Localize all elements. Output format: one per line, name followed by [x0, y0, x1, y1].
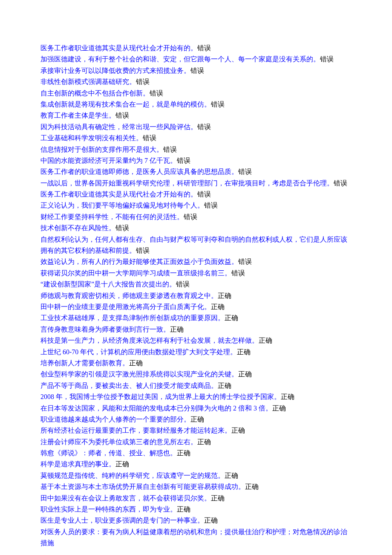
answer-label: 正确: [211, 303, 225, 310]
statement-text: 医务工作者职业道德其实是从现代社会才开始有的。: [40, 191, 197, 198]
answer-label: 正确: [281, 393, 294, 400]
statement-line: 基于本土资源与本土市场优势开展自主创新有可能更容易获得成功。正确: [40, 481, 352, 492]
answer-label: 正确: [204, 517, 218, 524]
statement-line: 集成创新就是将现有技术集合在一起，就是单纯的模仿。错误: [40, 99, 352, 110]
statement-text: 职业道德越来越成为个人修养的一个重要的部分。: [40, 416, 190, 423]
statement-line: 自然权利论认为，任何人都有生存、自由与财产权等可剥夺和自明的自然权利或人权，它们…: [40, 234, 352, 257]
statement-line: 注册会计师应不为委托单位或第三者的意见所左右。正确: [40, 436, 352, 448]
answer-label: 正确: [225, 314, 238, 321]
answer-label: 错误: [204, 202, 218, 209]
statement-text: 医务工作者的职业道德即师德，是医务人员应该具备的思想品质。: [40, 168, 238, 175]
answer-label: 错误: [177, 157, 190, 164]
statement-text: 因为科技活动具有确定性，经常出现一些风险评估。: [40, 123, 197, 130]
statement-text: 效益论认为，所有人的行为最好能够使其正面效益小于负面效益。: [40, 258, 238, 265]
answer-label: 错误: [163, 146, 177, 153]
statement-text: 医生是专业人士，职业更多强调的是专门的一种事业。: [40, 517, 204, 524]
statement-line: 科技是第一生产力，从经济角度来说怎样有利于社会发展，就去怎样做。正确: [40, 335, 352, 346]
statement-text: 工业基础和科学发明没有相关性。: [40, 134, 143, 142]
statement-text: 加强医德建设，有利于整个社会的和谐、安定，但它跟每一个人、每一个家庭是没有关系的…: [40, 55, 320, 63]
statement-text: 师德观与教育观密切相关，师德观主要渗透在教育观之中。: [40, 292, 218, 299]
answer-label: 错误: [211, 101, 225, 108]
statement-text: 培养创新人才需要创新教育。: [40, 359, 129, 367]
statement-line: 在日本等发达国家，风能和太阳能的发电成本已分别降为火电的 2 倍和 3 倍。正确: [40, 403, 352, 414]
statement-text: 基于本土资源与本土市场优势开展自主创新有可能更容易获得成功。: [40, 483, 245, 490]
answer-label: 正确: [211, 494, 225, 502]
statement-line: 职业性实际上是一种特殊的东西，即为专业。正确: [40, 504, 352, 515]
statement-line: 一战以后，世界各国开始重视科学研究伦理，科研管理部门，在审批项目时，考虑是否合乎…: [40, 178, 352, 189]
statement-line: 田中耕一的业绩主要是使用激光将高分子蛋白质离子化。正确: [40, 301, 352, 312]
statement-text: 对医务人员的要求：要有为病人利益健康着想的动机和意向；提供最佳治疗和护理；对危急…: [40, 528, 347, 546]
statement-text: 集成创新就是将现有技术集合在一起，就是单纯的模仿。: [40, 101, 211, 108]
statement-line: 所有经济社会运行最重要的工作，要靠财经服务才能运转起来。正确: [40, 425, 352, 436]
statement-line: 技术创新不存在风险性。错误: [40, 223, 352, 234]
statement-line: 工业基础和科学发明没有相关性。错误: [40, 133, 352, 144]
statement-line: 信息情报对于创新的支撑作用不是很大。错误: [40, 144, 352, 155]
statement-line: 创业型科学家的引领是汉字激光照排系统得以实现产业化的关键。正确: [40, 369, 352, 380]
statement-text: 自主创新的概念中不包括合作创新。: [40, 90, 150, 97]
statement-line: 田中如果没有在会议上勇敢发言，就不会获得诺贝尔奖。正确: [40, 493, 352, 504]
statement-text: 承接审计业务可以以降低收费的方式来招揽业务。: [40, 67, 190, 74]
statement-text: 工业技术基础雄厚，是支撑岛津制作所创新成功的重要原因。: [40, 314, 225, 321]
statement-text: 医务工作者职业道德其实是从现代社会才开始有的。: [40, 44, 197, 52]
statement-line: 科学是追求真理的事业。正确: [40, 459, 352, 470]
statement-line: 因为科技活动具有确定性，经常出现一些风险评估。错误: [40, 121, 352, 133]
statement-line: 上世纪 60-70 年代，计算机的应用便由数据处理扩大到文字处理。正确: [40, 347, 352, 358]
statement-line: 非线性创新模式强调基础研究。错误: [40, 76, 352, 87]
answer-label: 错误: [238, 168, 252, 175]
answer-label: 正确: [177, 506, 190, 513]
statement-line: 教育工作者主体是学生。错误: [40, 110, 352, 121]
statement-text: “建设创新型国家”是十八大报告首次提出的。: [40, 280, 176, 288]
answer-label: 错误: [190, 67, 204, 74]
statement-text: 注册会计师应不为委托单位或第三者的意见所左右。: [40, 438, 197, 445]
answer-label: 错误: [150, 90, 163, 97]
answer-label: 错误: [197, 123, 211, 130]
statement-text: 所有经济社会运行最重要的工作，要靠财经服务才能运转起来。: [40, 427, 231, 434]
answer-label: 正确: [259, 337, 272, 344]
statement-text: 田中耕一的业绩主要是使用激光将高分子蛋白质离子化。: [40, 303, 211, 310]
answer-label: 错误: [143, 134, 156, 142]
statement-line: 2008 年，我国博士学位授予数超过美国，成为世界上最大的博士学位授予国家。正确: [40, 391, 352, 402]
statement-line: 言传身教意味着身为师者要做到言行一致。正确: [40, 324, 352, 335]
answer-label: 错误: [115, 112, 129, 119]
answer-label: 正确: [245, 483, 259, 490]
answer-label: 错误: [197, 44, 211, 52]
statement-text: 教育工作者主体是学生。: [40, 112, 115, 119]
statement-line: 中国的水能资源经济可开采量约为 7 亿千瓦。错误: [40, 155, 352, 166]
statement-line: 医务工作者职业道德其实是从现代社会才开始有的。错误: [40, 189, 352, 200]
answer-label: 错误: [334, 179, 347, 187]
statement-text: 财经工作要坚持科学性，不能有任何的灵活性。: [40, 213, 184, 220]
answer-label: 错误: [136, 78, 150, 85]
statement-text: 信息情报对于创新的支撑作用不是很大。: [40, 146, 163, 153]
statement-line: 工业技术基础雄厚，是支撑岛津制作所创新成功的重要原因。正确: [40, 312, 352, 324]
statement-line: 医务工作者的职业道德即师德，是医务人员应该具备的思想品质。错误: [40, 166, 352, 177]
answer-label: 正确: [177, 449, 190, 457]
statement-text: 2008 年，我国博士学位授予数超过美国，成为世界上最大的博士学位授予国家。: [40, 393, 281, 400]
answer-label: 错误: [176, 280, 190, 288]
statement-text: 自然权利论认为，任何人都有生存、自由与财产权等可剥夺和自明的自然权利或人权，它们…: [40, 236, 347, 254]
answer-label: 正确: [218, 382, 231, 389]
statement-line: 职业道德越来越成为个人修养的一个重要的部分。正确: [40, 414, 352, 425]
statement-line: “建设创新型国家”是十八大报告首次提出的。错误: [40, 279, 352, 290]
statement-text: 在日本等发达国家，风能和太阳能的发电成本已分别降为火电的 2 倍和 3 倍。: [40, 405, 272, 412]
statement-text: 科技是第一生产力，从经济角度来说怎样有利于社会发展，就去怎样做。: [40, 337, 259, 344]
statement-line: 韩愈《师说》：师者，传道、授业、解惑也。正确: [40, 448, 352, 459]
answer-label: 正确: [231, 427, 245, 434]
statement-line: 师德观与教育观密切相关，师德观主要渗透在教育观之中。正确: [40, 290, 352, 301]
answer-label: 正确: [238, 370, 252, 378]
statement-text: 莫顿规范是指传统、纯粹的科学研究，应该遵守一定的规范。: [40, 472, 225, 479]
statement-text: 技术创新不存在风险性。: [40, 224, 115, 231]
answer-label: 正确: [272, 405, 286, 412]
statement-text: 职业性实际上是一种特殊的东西，即为专业。: [40, 506, 177, 513]
statement-text: 上世纪 60-70 年代，计算机的应用便由数据处理扩大到文字处理。: [40, 348, 237, 356]
answer-label: 正确: [115, 460, 129, 468]
answer-label: 错误: [136, 247, 150, 254]
statement-line: 自主创新的概念中不包括合作创新。错误: [40, 88, 352, 99]
answer-label: 错误: [231, 269, 245, 277]
statement-line: 产品不等于商品，要被卖出去、被人们接受才能变成商品。正确: [40, 380, 352, 391]
statement-line: 获得诺贝尔奖的田中耕一大学期间学习成绩一直班级排名前三。错误: [40, 268, 352, 279]
answer-label: 正确: [129, 359, 143, 367]
answer-label: 错误: [184, 213, 197, 220]
statement-line: 财经工作要坚持科学性，不能有任何的灵活性。错误: [40, 211, 352, 223]
statement-text: 创业型科学家的引领是汉字激光照排系统得以实现产业化的关键。: [40, 370, 238, 378]
statement-text: 非线性创新模式强调基础研究。: [40, 78, 136, 85]
